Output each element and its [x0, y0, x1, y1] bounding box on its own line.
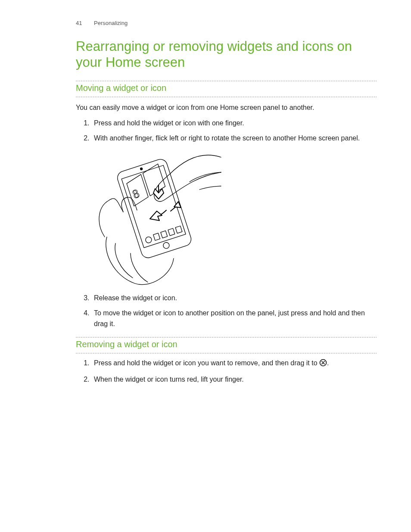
svg-point-3	[162, 242, 170, 249]
step-item: With another finger, flick left or right…	[91, 133, 377, 289]
subheading-moving: Moving a widget or icon	[76, 83, 377, 93]
step-text-post: .	[327, 359, 329, 367]
step-text: When the widget or icon turns red, lift …	[94, 376, 244, 383]
document-page: 41 Personalizing Rearranging or removing…	[0, 0, 411, 532]
page-number: 41	[76, 20, 82, 26]
svg-rect-7	[161, 231, 168, 238]
subheading-removing: Removing a widget or icon	[76, 339, 377, 349]
section-label: Personalizing	[94, 20, 128, 26]
step-item: When the widget or icon turns red, lift …	[91, 374, 377, 385]
remove-circle-x-icon	[319, 359, 327, 370]
running-header: 41 Personalizing	[76, 20, 377, 26]
illustration-phone-hands: 8	[90, 146, 377, 289]
phone-gesture-illustration-icon: 8	[90, 146, 223, 289]
steps-removing: Press and hold the widget or icon you wa…	[76, 358, 377, 385]
svg-rect-6	[153, 233, 160, 240]
divider	[76, 337, 377, 338]
step-text-pre: Press and hold the widget or icon you wa…	[94, 359, 319, 367]
step-item: Press and hold the widget or icon with o…	[91, 118, 377, 129]
steps-moving: Press and hold the widget or icon with o…	[76, 118, 377, 329]
step-text: To move the widget or icon to another po…	[94, 309, 365, 327]
svg-rect-9	[175, 226, 182, 233]
svg-point-5	[145, 236, 153, 244]
step-text: Press and hold the widget or icon with o…	[94, 119, 244, 127]
svg-point-2	[140, 168, 143, 170]
step-item: Press and hold the widget or icon you wa…	[91, 358, 377, 370]
divider	[76, 353, 377, 354]
intro-text: You can easily move a widget or icon fro…	[76, 103, 377, 113]
svg-rect-8	[168, 228, 175, 236]
page-title: Rearranging or removing widgets and icon…	[76, 38, 377, 70]
step-item: To move the widget or icon to another po…	[91, 308, 377, 330]
divider	[76, 96, 377, 97]
divider	[76, 81, 377, 81]
step-item: Release the widget or icon.	[91, 293, 377, 304]
step-text: With another finger, flick left or right…	[94, 134, 360, 142]
step-text: Release the widget or icon.	[94, 294, 177, 302]
